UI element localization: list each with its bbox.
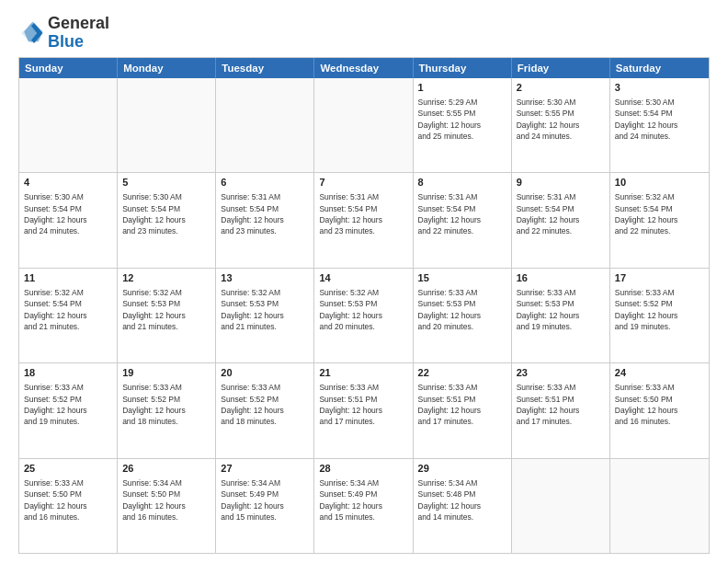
- day-number: 21: [319, 366, 407, 380]
- day-info: Sunrise: 5:33 AM Sunset: 5:52 PM Dayligh…: [221, 382, 309, 427]
- day-info: Sunrise: 5:33 AM Sunset: 5:52 PM Dayligh…: [24, 382, 112, 427]
- day-info: Sunrise: 5:31 AM Sunset: 5:54 PM Dayligh…: [221, 191, 309, 236]
- calendar-day-14: 14Sunrise: 5:32 AM Sunset: 5:53 PM Dayli…: [314, 269, 413, 362]
- day-info: Sunrise: 5:33 AM Sunset: 5:50 PM Dayligh…: [615, 382, 704, 427]
- day-header-wednesday: Wednesday: [314, 58, 413, 78]
- day-number: 18: [24, 366, 112, 380]
- day-info: Sunrise: 5:33 AM Sunset: 5:50 PM Dayligh…: [24, 477, 112, 523]
- calendar-empty-cell: [118, 78, 216, 172]
- calendar-week-4: 18Sunrise: 5:33 AM Sunset: 5:52 PM Dayli…: [19, 362, 709, 457]
- day-number: 15: [418, 271, 506, 285]
- calendar-day-11: 11Sunrise: 5:32 AM Sunset: 5:54 PM Dayli…: [19, 269, 118, 362]
- calendar-day-25: 25Sunrise: 5:33 AM Sunset: 5:50 PM Dayli…: [19, 459, 118, 553]
- calendar-empty-cell: [216, 78, 314, 172]
- calendar-day-9: 9Sunrise: 5:31 AM Sunset: 5:54 PM Daylig…: [512, 173, 610, 267]
- day-info: Sunrise: 5:33 AM Sunset: 5:53 PM Dayligh…: [517, 287, 605, 332]
- day-info: Sunrise: 5:33 AM Sunset: 5:51 PM Dayligh…: [319, 382, 407, 427]
- day-header-friday: Friday: [512, 58, 610, 78]
- day-info: Sunrise: 5:32 AM Sunset: 5:54 PM Dayligh…: [24, 287, 112, 332]
- day-number: 10: [615, 176, 704, 190]
- day-number: 8: [418, 176, 506, 190]
- calendar-day-27: 27Sunrise: 5:34 AM Sunset: 5:49 PM Dayli…: [216, 459, 314, 553]
- day-info: Sunrise: 5:31 AM Sunset: 5:54 PM Dayligh…: [418, 191, 506, 236]
- day-info: Sunrise: 5:29 AM Sunset: 5:55 PM Dayligh…: [418, 97, 506, 142]
- calendar-day-24: 24Sunrise: 5:33 AM Sunset: 5:50 PM Dayli…: [610, 363, 709, 457]
- day-number: 2: [517, 81, 605, 95]
- calendar-day-26: 26Sunrise: 5:34 AM Sunset: 5:50 PM Dayli…: [118, 459, 216, 553]
- day-number: 27: [221, 462, 309, 476]
- calendar-day-6: 6Sunrise: 5:31 AM Sunset: 5:54 PM Daylig…: [216, 173, 314, 267]
- day-info: Sunrise: 5:33 AM Sunset: 5:51 PM Dayligh…: [418, 382, 506, 427]
- calendar-day-20: 20Sunrise: 5:33 AM Sunset: 5:52 PM Dayli…: [216, 363, 314, 457]
- day-number: 6: [221, 176, 309, 190]
- day-info: Sunrise: 5:33 AM Sunset: 5:52 PM Dayligh…: [122, 382, 210, 427]
- calendar-day-19: 19Sunrise: 5:33 AM Sunset: 5:52 PM Dayli…: [118, 363, 216, 457]
- day-number: 25: [24, 462, 112, 476]
- calendar-day-29: 29Sunrise: 5:34 AM Sunset: 5:48 PM Dayli…: [414, 459, 512, 553]
- day-info: Sunrise: 5:30 AM Sunset: 5:54 PM Dayligh…: [615, 97, 704, 142]
- day-number: 1: [418, 81, 506, 95]
- day-number: 5: [122, 176, 210, 190]
- day-info: Sunrise: 5:34 AM Sunset: 5:50 PM Dayligh…: [122, 477, 210, 523]
- calendar-body: 1Sunrise: 5:29 AM Sunset: 5:55 PM Daylig…: [19, 78, 709, 553]
- calendar-day-3: 3Sunrise: 5:30 AM Sunset: 5:54 PM Daylig…: [610, 78, 709, 172]
- day-header-sunday: Sunday: [19, 58, 118, 78]
- day-header-saturday: Saturday: [610, 58, 709, 78]
- day-number: 4: [24, 176, 112, 190]
- page: General Blue SundayMondayTuesdayWednesda…: [0, 0, 728, 563]
- day-number: 11: [24, 271, 112, 285]
- logo-text: General Blue: [48, 15, 109, 52]
- calendar-day-21: 21Sunrise: 5:33 AM Sunset: 5:51 PM Dayli…: [314, 363, 413, 457]
- day-info: Sunrise: 5:33 AM Sunset: 5:53 PM Dayligh…: [418, 287, 506, 332]
- day-info: Sunrise: 5:31 AM Sunset: 5:54 PM Dayligh…: [319, 191, 407, 236]
- calendar-day-5: 5Sunrise: 5:30 AM Sunset: 5:54 PM Daylig…: [118, 173, 216, 267]
- day-info: Sunrise: 5:32 AM Sunset: 5:53 PM Dayligh…: [319, 287, 407, 332]
- calendar-day-10: 10Sunrise: 5:32 AM Sunset: 5:54 PM Dayli…: [610, 173, 709, 267]
- day-number: 22: [418, 366, 506, 380]
- day-number: 3: [615, 81, 704, 95]
- calendar-empty-cell: [610, 459, 709, 553]
- day-info: Sunrise: 5:32 AM Sunset: 5:54 PM Dayligh…: [615, 191, 704, 236]
- logo-icon: [18, 20, 44, 46]
- calendar-empty-cell: [19, 78, 118, 172]
- day-number: 24: [615, 366, 704, 380]
- calendar-header: SundayMondayTuesdayWednesdayThursdayFrid…: [19, 58, 709, 78]
- calendar-day-8: 8Sunrise: 5:31 AM Sunset: 5:54 PM Daylig…: [414, 173, 512, 267]
- calendar-day-7: 7Sunrise: 5:31 AM Sunset: 5:54 PM Daylig…: [314, 173, 413, 267]
- calendar: SundayMondayTuesdayWednesdayThursdayFrid…: [18, 57, 710, 554]
- calendar-week-3: 11Sunrise: 5:32 AM Sunset: 5:54 PM Dayli…: [19, 268, 709, 362]
- day-info: Sunrise: 5:33 AM Sunset: 5:51 PM Dayligh…: [517, 382, 605, 427]
- calendar-week-5: 25Sunrise: 5:33 AM Sunset: 5:50 PM Dayli…: [19, 458, 709, 553]
- day-info: Sunrise: 5:32 AM Sunset: 5:53 PM Dayligh…: [122, 287, 210, 332]
- calendar-day-4: 4Sunrise: 5:30 AM Sunset: 5:54 PM Daylig…: [19, 173, 118, 267]
- calendar-day-18: 18Sunrise: 5:33 AM Sunset: 5:52 PM Dayli…: [19, 363, 118, 457]
- calendar-day-2: 2Sunrise: 5:30 AM Sunset: 5:55 PM Daylig…: [512, 78, 610, 172]
- day-info: Sunrise: 5:34 AM Sunset: 5:48 PM Dayligh…: [418, 477, 506, 523]
- logo: General Blue: [18, 15, 109, 52]
- day-number: 28: [319, 462, 407, 476]
- calendar-week-1: 1Sunrise: 5:29 AM Sunset: 5:55 PM Daylig…: [19, 78, 709, 172]
- day-number: 12: [122, 271, 210, 285]
- calendar-empty-cell: [314, 78, 413, 172]
- day-number: 26: [122, 462, 210, 476]
- calendar-empty-cell: [512, 459, 610, 553]
- calendar-day-1: 1Sunrise: 5:29 AM Sunset: 5:55 PM Daylig…: [414, 78, 512, 172]
- calendar-day-23: 23Sunrise: 5:33 AM Sunset: 5:51 PM Dayli…: [512, 363, 610, 457]
- calendar-day-12: 12Sunrise: 5:32 AM Sunset: 5:53 PM Dayli…: [118, 269, 216, 362]
- day-info: Sunrise: 5:34 AM Sunset: 5:49 PM Dayligh…: [319, 477, 407, 523]
- day-info: Sunrise: 5:31 AM Sunset: 5:54 PM Dayligh…: [517, 191, 605, 236]
- day-number: 9: [517, 176, 605, 190]
- day-header-thursday: Thursday: [414, 58, 512, 78]
- day-info: Sunrise: 5:33 AM Sunset: 5:52 PM Dayligh…: [615, 287, 704, 332]
- day-number: 13: [221, 271, 309, 285]
- day-number: 29: [418, 462, 506, 476]
- calendar-day-22: 22Sunrise: 5:33 AM Sunset: 5:51 PM Dayli…: [414, 363, 512, 457]
- day-info: Sunrise: 5:30 AM Sunset: 5:54 PM Dayligh…: [122, 191, 210, 236]
- day-number: 19: [122, 366, 210, 380]
- calendar-day-28: 28Sunrise: 5:34 AM Sunset: 5:49 PM Dayli…: [314, 459, 413, 553]
- day-header-tuesday: Tuesday: [216, 58, 314, 78]
- day-number: 20: [221, 366, 309, 380]
- calendar-day-13: 13Sunrise: 5:32 AM Sunset: 5:53 PM Dayli…: [216, 269, 314, 362]
- calendar-week-2: 4Sunrise: 5:30 AM Sunset: 5:54 PM Daylig…: [19, 172, 709, 267]
- day-info: Sunrise: 5:32 AM Sunset: 5:53 PM Dayligh…: [221, 287, 309, 332]
